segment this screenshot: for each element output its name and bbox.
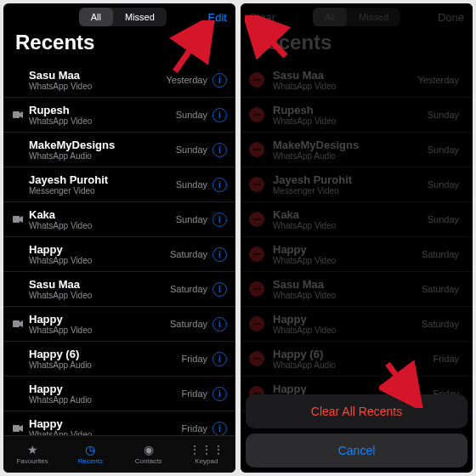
info-icon[interactable]: i [212,352,227,366]
call-time: Yesterday [417,75,459,85]
nav-bar: All Missed Edit [3,3,235,29]
info-icon[interactable]: i [212,73,227,88]
clear-button[interactable]: Clear [249,11,275,24]
segmented-control[interactable]: All Missed [313,8,400,26]
info-icon[interactable]: i [212,247,227,262]
call-time: Friday [181,423,207,434]
call-time: Saturday [170,249,207,259]
call-subtitle: WhatsApp Video [29,116,176,127]
segmented-control[interactable]: All Missed [79,8,167,26]
call-time: Sunday [176,144,207,155]
info-icon[interactable]: i [212,387,227,401]
call-row-edit[interactable]: MakeMyDesignsWhatsApp AudioSunday [241,133,473,167]
page-title: Recents [241,29,473,63]
call-row-edit[interactable]: Happy (6)WhatsApp AudioFriday [241,342,473,377]
call-row-edit[interactable]: HappyWhatsApp VideoSaturday [241,237,473,272]
call-row[interactable]: HappyWhatsApp VideoSaturdayi [3,237,235,272]
caller-name: Kaka [273,208,428,221]
tab-recents[interactable]: ◷Recents [61,436,119,473]
seg-missed[interactable]: Missed [113,8,167,26]
info-icon[interactable]: i [212,143,227,157]
call-row[interactable]: HappyWhatsApp VideoFridayi [3,411,235,435]
call-time: Sunday [428,179,459,190]
cancel-button[interactable]: Cancel [246,434,468,468]
info-icon[interactable]: i [212,178,227,192]
call-row-edit[interactable]: Sasu MaaWhatsApp VideoSaturday [241,272,473,307]
call-row[interactable]: RupeshWhatsApp VideoSundayi [3,98,235,133]
caller-name: MakeMyDesigns [29,139,176,151]
call-row-edit[interactable]: RupeshWhatsApp VideoSunday [241,98,473,133]
tab-contacts[interactable]: ◉Contacts [120,436,178,473]
call-subtitle: WhatsApp Video [273,82,417,92]
caller-name: Happy [29,417,181,430]
video-icon [12,216,24,223]
call-subtitle: WhatsApp Audio [273,360,433,371]
delete-icon[interactable] [249,142,264,157]
call-row[interactable]: HappyWhatsApp VideoSaturdayi [3,307,235,342]
call-row-edit[interactable]: Sasu MaaWhatsApp VideoYesterday [241,63,473,98]
call-row[interactable]: HappyWhatsApp AudioFridayi [3,377,235,411]
call-time: Saturday [422,249,459,259]
call-subtitle: WhatsApp Audio [29,360,181,371]
video-icon [12,320,24,327]
seg-all[interactable]: All [79,8,113,26]
delete-icon[interactable] [249,177,264,192]
tab-keypad[interactable]: ⋮⋮⋮Keypad [178,436,235,473]
call-row-edit[interactable]: Jayesh PurohitMessenger VideoSunday [241,167,473,202]
svg-marker-1 [20,111,23,118]
call-row[interactable]: KakaWhatsApp VideoSundayi [3,202,235,237]
info-icon[interactable]: i [212,317,227,332]
call-row-edit[interactable]: KakaWhatsApp VideoSunday [241,202,473,237]
star-icon: ★ [27,444,38,456]
caller-name: MakeMyDesigns [273,139,428,151]
svg-marker-5 [20,320,23,327]
call-subtitle: WhatsApp Audio [29,151,176,162]
svg-rect-4 [13,320,20,327]
caller-name: Jayesh Purohit [273,173,428,186]
svg-rect-0 [13,111,20,118]
caller-name: Kaka [29,208,176,221]
page-title: Recents [3,29,235,63]
info-icon[interactable]: i [212,422,227,436]
delete-icon[interactable] [249,72,264,88]
edit-button[interactable]: Edit [208,11,227,24]
delete-icon[interactable] [249,351,264,366]
delete-icon[interactable] [249,246,264,262]
call-time: Sunday [176,214,207,224]
call-subtitle: WhatsApp Video [29,291,170,301]
svg-rect-6 [13,425,20,432]
call-row[interactable]: Happy (6)WhatsApp AudioFridayi [3,342,235,377]
call-row[interactable]: Sasu MaaWhatsApp VideoSaturdayi [3,272,235,307]
delete-icon[interactable] [249,212,264,227]
seg-missed[interactable]: Missed [347,8,400,26]
done-button[interactable]: Done [438,11,464,24]
call-row[interactable]: Sasu MaaWhatsApp VideoYesterdayi [3,63,235,98]
clear-all-recents-button[interactable]: Clear All Recents [246,394,468,428]
info-icon[interactable]: i [212,108,227,122]
delete-icon[interactable] [249,281,264,297]
call-time: Sunday [428,110,459,120]
call-subtitle: WhatsApp Audio [29,395,181,405]
tab-favourites[interactable]: ★Favourites [3,436,61,473]
call-subtitle: WhatsApp Video [29,326,170,336]
person-icon: ◉ [144,444,154,456]
phone-left: All Missed Edit Recents Sasu MaaWhatsApp… [3,3,235,473]
delete-icon[interactable] [249,107,264,122]
call-time: Yesterday [166,75,207,85]
action-sheet: Clear All Recents Cancel [246,394,468,468]
info-icon[interactable]: i [212,282,227,297]
call-time: Sunday [428,214,459,224]
seg-all[interactable]: All [313,8,347,26]
tab-bar: ★Favourites ◷Recents ◉Contacts ⋮⋮⋮Keypad [3,435,235,473]
call-row[interactable]: MakeMyDesignsWhatsApp AudioSundayi [3,133,235,167]
caller-name: Rupesh [29,104,176,116]
info-icon[interactable]: i [212,212,227,227]
delete-icon[interactable] [249,316,264,332]
call-time: Sunday [176,110,207,120]
call-row[interactable]: Jayesh PurohitMessenger VideoSundayi [3,167,235,202]
recents-list[interactable]: Sasu MaaWhatsApp VideoYesterdayiRupeshWh… [3,63,235,435]
call-time: Sunday [428,144,459,155]
caller-name: Rupesh [273,104,428,116]
call-row-edit[interactable]: HappyWhatsApp VideoSaturday [241,307,473,342]
svg-rect-2 [13,216,20,223]
